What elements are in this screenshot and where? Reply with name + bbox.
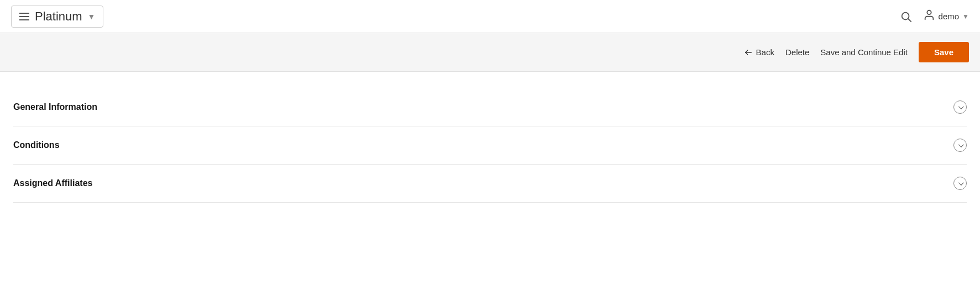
delete-button[interactable]: Delete (785, 47, 809, 57)
app-title: Platinum (35, 9, 82, 24)
section-label-conditions: Conditions (13, 140, 60, 150)
section-label-general-information: General Information (13, 102, 97, 112)
search-button[interactable] (900, 10, 912, 23)
back-arrow-icon (744, 48, 753, 57)
nav-left: Platinum ▼ (11, 6, 103, 28)
user-name-label: demo (939, 12, 960, 21)
svg-point-2 (927, 10, 931, 14)
sections-container: General InformationConditionsAssigned Af… (13, 88, 967, 203)
save-button[interactable]: Save (919, 42, 969, 62)
back-label: Back (756, 47, 774, 57)
svg-line-1 (908, 19, 911, 22)
chevron-down-icon-conditions (953, 139, 967, 152)
section-row-assigned-affiliates[interactable]: Assigned Affiliates (13, 165, 967, 203)
save-continue-button[interactable]: Save and Continue Edit (820, 47, 908, 57)
title-dropdown-arrow: ▼ (88, 12, 96, 21)
top-nav: Platinum ▼ demo ▼ (0, 0, 980, 33)
user-menu[interactable]: demo ▼ (923, 9, 969, 24)
back-button[interactable]: Back (744, 47, 774, 57)
search-icon (900, 10, 912, 23)
nav-right: demo ▼ (900, 9, 969, 24)
save-continue-label: Save and Continue Edit (820, 47, 908, 57)
chevron-down-icon-general-information (953, 100, 967, 114)
save-label: Save (934, 47, 953, 57)
action-bar: Back Delete Save and Continue Edit Save (0, 33, 980, 72)
hamburger-icon (19, 13, 29, 20)
delete-label: Delete (785, 47, 809, 57)
user-dropdown-arrow: ▼ (962, 13, 969, 20)
main-content: General InformationConditionsAssigned Af… (0, 72, 980, 203)
user-icon (923, 9, 935, 24)
section-row-general-information[interactable]: General Information (13, 88, 967, 126)
chevron-down-icon-assigned-affiliates (953, 177, 967, 190)
menu-title-button[interactable]: Platinum ▼ (11, 6, 103, 28)
section-label-assigned-affiliates: Assigned Affiliates (13, 178, 92, 188)
section-row-conditions[interactable]: Conditions (13, 126, 967, 165)
